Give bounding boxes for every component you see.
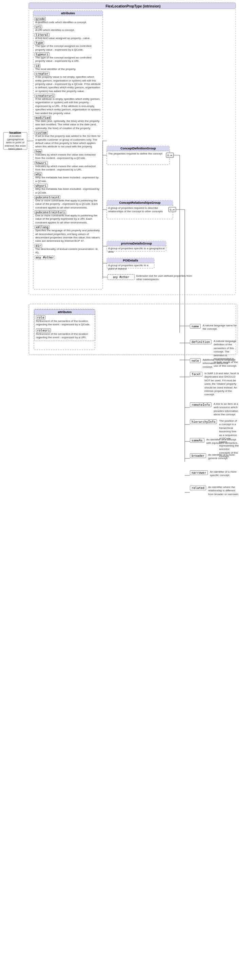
attr-xmllang: xmllang Specifies the language of this p… bbox=[33, 225, 103, 243]
attr-role: role Refinement of the semantics of the … bbox=[35, 315, 95, 328]
attr-type: type The type of the concept assigned as… bbox=[33, 40, 103, 52]
attr-howuri: howuri Indicates by which means the valu… bbox=[33, 161, 103, 172]
attr-uri: uri A URI which identifies a concept. bbox=[33, 24, 103, 32]
prop-facet: facet In NAR 1.8 and later, facet is dep… bbox=[190, 372, 239, 397]
attr-whyuri: whyuri Why the metadata has been exclude… bbox=[33, 183, 103, 195]
attr-roleuri: roleuri Refinement of the semantics of t… bbox=[35, 328, 95, 340]
attr-pubconstraint: pubconstraint One or more constraints th… bbox=[33, 195, 103, 210]
prop-sameas-box: sameAs bbox=[190, 438, 204, 443]
concept-relationships-group-header: ConceptRelationshipsGroup bbox=[107, 200, 173, 205]
prop-remoteinfo-desc: A link to an item at a web resource whic… bbox=[214, 402, 239, 417]
pro-area-details-header: proAreaDetailsGroup bbox=[107, 241, 166, 246]
prop-related: related An identifier where the relation… bbox=[190, 485, 239, 496]
concept-definition-group-multiplicity: 0..∞ bbox=[166, 153, 174, 158]
prop-note: note Additional natural language informa… bbox=[190, 358, 239, 369]
attr-pubconstrainturi: pubconstrainturi One or more constraints… bbox=[33, 210, 103, 225]
attr-literal-name: literal bbox=[35, 33, 49, 37]
prop-broader-desc: An identifier of a more general concept. bbox=[208, 453, 239, 460]
prop-narrower-box: narrower bbox=[190, 470, 208, 475]
location-name: location bbox=[9, 131, 21, 134]
attr-any-other-name: any #other bbox=[35, 255, 55, 259]
prop-sameas: sameAs An identifier of a concept with e… bbox=[190, 438, 239, 445]
prop-sameas-desc: An identifier of a concept with equivale… bbox=[206, 438, 239, 445]
attributes-list: qcode A qualified code which identifies … bbox=[33, 16, 103, 260]
attr-why: why Why the metadata has been included -… bbox=[33, 172, 103, 183]
attr-typeuri: typeuri The type of the concept assigned… bbox=[33, 52, 103, 64]
attr-creator: creator If the property value is not emp… bbox=[33, 71, 103, 93]
concept-definition-group-box: ConceptDefinitionGroup The properties re… bbox=[107, 146, 169, 156]
attr-modified: modified The date (and, optionally, the … bbox=[33, 115, 103, 130]
attr-roleuri-name: roleuri bbox=[36, 328, 51, 332]
main-attributes-box: attributes qcode A qualified code which … bbox=[33, 11, 103, 260]
bottom-attributes-header: attributes bbox=[35, 310, 95, 315]
location-label: location A location (geographical area o… bbox=[3, 132, 27, 150]
attr-dir: dir The directionality of textual conten… bbox=[33, 243, 103, 255]
prop-remoteinfo-box: remoteInfo bbox=[190, 402, 212, 407]
prop-narrower: narrower An identifier of a more specifi… bbox=[190, 470, 239, 477]
prop-narrower-desc: An identifier of a more specific concept… bbox=[210, 470, 239, 477]
prop-broader: broader An identifier of a more general … bbox=[190, 453, 239, 460]
prop-related-desc: An identifier where the relationship is … bbox=[208, 485, 239, 496]
concept-relationships-group-multiplicity: 0..∞ bbox=[168, 207, 176, 212]
diagram-title: FlexLocationPropType (intrinsion) bbox=[29, 3, 237, 9]
any-other-desc: Extension slot for user-defined properti… bbox=[136, 274, 197, 282]
concept-definition-group-header: ConceptDefinitionGroup bbox=[107, 146, 169, 151]
prop-hierarchyinfo-box: hierarchyInfo bbox=[190, 419, 217, 424]
attr-how-name: how bbox=[35, 150, 42, 153]
attr-id: id The local identifier of the property. bbox=[33, 64, 103, 71]
attr-custom: custom If set to true the property was a… bbox=[33, 130, 103, 149]
attr-howuri-name: howuri bbox=[35, 161, 48, 165]
bottom-attributes-box: attributes role Refinement of the semant… bbox=[34, 309, 95, 341]
poi-details-box: POIDetails A group of properties specifi… bbox=[107, 258, 154, 272]
poi-details-header: POIDetails bbox=[107, 258, 154, 263]
any-other-element: any #other bbox=[108, 274, 135, 280]
attr-how: how Indicates by which means the value w… bbox=[33, 149, 103, 161]
pro-area-details-desc: A group of properties specific to a geog… bbox=[107, 246, 166, 255]
attr-creatoruri: creatoruri If the attribute is empty, sp… bbox=[33, 93, 103, 115]
prop-facet-desc: In NAR 1.8 and later, facet is deprecate… bbox=[204, 372, 239, 397]
prop-remoteinfo: remoteInfo A link to an item at a web re… bbox=[190, 402, 239, 417]
prop-note-desc: Additional natural language information … bbox=[203, 358, 239, 369]
prop-broader-box: broader bbox=[190, 453, 206, 458]
attr-id-name: id bbox=[35, 64, 40, 68]
attr-dir-name: dir bbox=[35, 244, 42, 248]
prop-note-box: note bbox=[190, 358, 201, 363]
prop-facet-box: facet bbox=[190, 372, 203, 377]
attr-role-name: role bbox=[36, 315, 46, 320]
concept-relationships-group-box: ConceptRelationshipsGroup A group of pro… bbox=[107, 200, 173, 215]
pro-area-details-box: proAreaDetailsGroup A group of propertie… bbox=[107, 241, 166, 255]
attr-any-other: any #other bbox=[33, 255, 103, 259]
poi-details-desc: A group of properties specific to a poin… bbox=[107, 263, 154, 272]
location-desc: A location (geographical area or point o… bbox=[4, 134, 27, 151]
attributes-header: attributes bbox=[33, 11, 103, 16]
attr-qcode: qcode A qualified code which identifies … bbox=[33, 17, 103, 24]
attr-literal: literal A free-text value assigned as pr… bbox=[33, 33, 103, 40]
bottom-section: attributes role Refinement of the semant… bbox=[29, 304, 237, 355]
concept-definition-group-desc: The properties required to define the co… bbox=[107, 151, 169, 156]
concept-relationships-group-desc: A group of properties required to descri… bbox=[107, 205, 173, 215]
prop-related-box: related bbox=[190, 485, 206, 490]
